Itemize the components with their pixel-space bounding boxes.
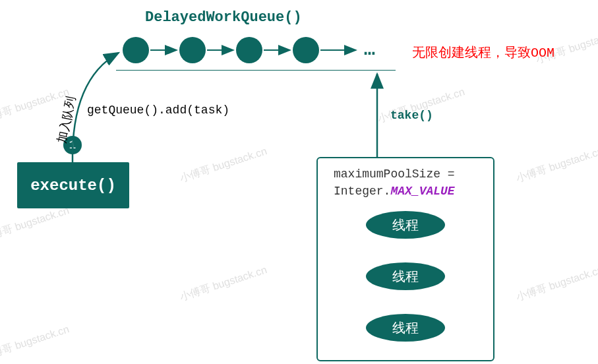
thread-pill: 线程 [366, 262, 445, 290]
queue-node [123, 37, 149, 63]
integer-prefix: Integer. [334, 185, 390, 198]
thread-label: 线程 [392, 268, 419, 286]
take-call: take() [390, 109, 433, 122]
thread-label: 线程 [392, 319, 419, 337]
queue-title: DelayedWorkQueue() [145, 9, 302, 26]
oom-warning: 无限创建线程，导致OOM [412, 44, 554, 61]
queue-baseline [116, 70, 396, 71]
watermark: 小傅哥 bugstack.cn [178, 144, 269, 186]
queue-node [179, 37, 206, 63]
pool-size-line2: Integer.MAX_VALUE [334, 183, 455, 200]
queue-add-call: getQueue().add(task) [87, 104, 229, 117]
watermark: 小傅哥 bugstack.cn [0, 204, 71, 245]
watermark: 小傅哥 bugstack.cn [514, 144, 598, 186]
watermark: 小傅哥 bugstack.cn [514, 263, 598, 305]
queue-node [236, 37, 262, 63]
thread-pill: 线程 [366, 314, 445, 342]
watermark: 小傅哥 bugstack.cn [0, 322, 71, 364]
watermark: 小傅哥 bugstack.cn [178, 263, 269, 305]
max-value: MAX_VALUE [390, 185, 454, 198]
thread-label: 线程 [392, 216, 419, 234]
thread-pill: 线程 [366, 211, 445, 239]
execute-label: execute() [30, 177, 116, 195]
pool-size-line1: maximumPoolSize = [334, 166, 455, 183]
ellipsis-icon: … [364, 40, 376, 60]
queue-node [293, 37, 319, 63]
execute-box: execute() [17, 162, 129, 208]
